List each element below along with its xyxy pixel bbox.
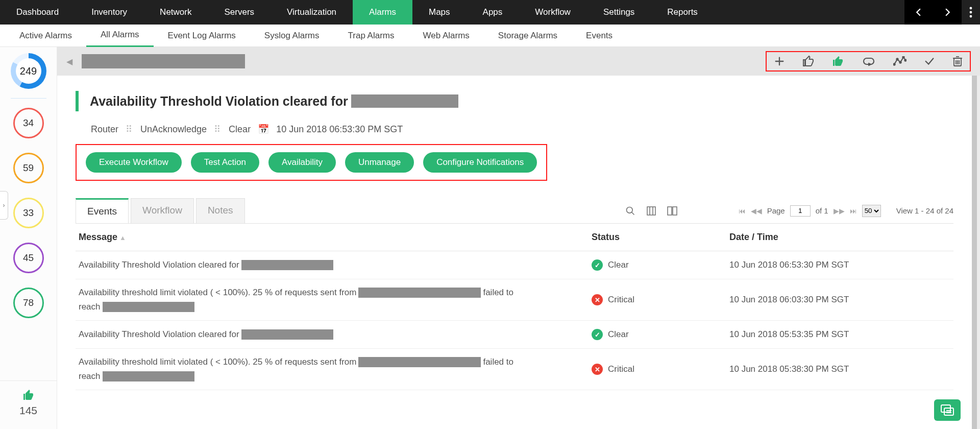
total-alarms-count: 249 bbox=[20, 65, 37, 77]
svg-line-17 bbox=[631, 212, 634, 214]
severity-sidebar: 249 3459334578 145 › bbox=[0, 47, 57, 429]
action-availability[interactable]: Availability bbox=[268, 152, 336, 173]
cell-message: Availability threshold limit violated ( … bbox=[79, 357, 592, 382]
detail-tab-workflow[interactable]: Workflow bbox=[131, 198, 194, 223]
nav-next-button[interactable] bbox=[933, 0, 962, 25]
primary-nav-item[interactable]: Reports bbox=[651, 0, 714, 25]
pager-next-icon[interactable]: ▶▶ bbox=[834, 207, 845, 215]
primary-nav-item[interactable]: Dashboard bbox=[0, 0, 75, 25]
pager-page-input[interactable] bbox=[790, 205, 811, 217]
primary-nav-item[interactable]: Settings bbox=[587, 0, 651, 25]
detail-toolbar: ◀ bbox=[57, 47, 980, 76]
loop-icon[interactable] bbox=[862, 56, 876, 66]
alarm-action-buttons: Execute WorkflowTest ActionAvailabilityU… bbox=[76, 144, 547, 181]
alarm-detail-panel: Availability Threshold Violation cleared… bbox=[57, 76, 977, 429]
pager-of-label: of 1 bbox=[816, 206, 828, 215]
status-clear-icon: ✓ bbox=[592, 329, 603, 340]
severity-ring-green[interactable]: 78 bbox=[13, 288, 44, 318]
cell-date: 10 Jun 2018 05:38:30 PM SGT bbox=[729, 364, 950, 374]
pager-size-select[interactable]: 50 bbox=[862, 205, 881, 217]
add-icon[interactable] bbox=[774, 56, 785, 67]
primary-nav-item[interactable]: Alarms bbox=[353, 0, 412, 25]
nav-more-button[interactable] bbox=[962, 0, 980, 25]
primary-nav-item[interactable]: Inventory bbox=[75, 0, 143, 25]
alarm-title-prefix: Availability Threshold Violation cleared… bbox=[90, 94, 348, 109]
columns-icon[interactable] bbox=[647, 206, 656, 216]
sidebar-bottom: 145 bbox=[0, 380, 57, 429]
primary-nav-item[interactable]: Virtualization bbox=[271, 0, 353, 25]
thumbs-up-icon[interactable] bbox=[22, 389, 35, 401]
calendar-icon: 📅 bbox=[258, 124, 269, 135]
action-configure-notifications[interactable]: Configure Notifications bbox=[423, 152, 537, 173]
svg-point-5 bbox=[893, 63, 895, 65]
th-date[interactable]: Date / Time bbox=[729, 232, 950, 243]
severity-ring-red[interactable]: 34 bbox=[13, 108, 44, 138]
secondary-nav-item[interactable]: Active Alarms bbox=[5, 25, 86, 47]
cell-date: 10 Jun 2018 06:53:30 PM SGT bbox=[729, 260, 950, 270]
trash-icon[interactable] bbox=[952, 56, 963, 67]
alarm-title-redacted bbox=[351, 94, 458, 108]
severity-ring-purple[interactable]: 45 bbox=[13, 243, 44, 273]
table-row[interactable]: Availability Threshold Violation cleared… bbox=[76, 251, 953, 279]
secondary-nav: Active AlarmsAll AlarmsEvent Log AlarmsS… bbox=[0, 25, 980, 47]
secondary-nav-item[interactable]: Web Alarms bbox=[409, 25, 484, 47]
thumbs-up-outline-icon[interactable] bbox=[802, 55, 815, 67]
action-execute-workflow[interactable]: Execute Workflow bbox=[86, 152, 182, 173]
check-icon[interactable] bbox=[924, 56, 935, 67]
secondary-nav-item[interactable]: Event Log Alarms bbox=[154, 25, 250, 47]
primary-nav-item[interactable]: Network bbox=[143, 0, 208, 25]
svg-point-0 bbox=[970, 7, 972, 10]
alarm-title: Availability Threshold Violation cleared… bbox=[90, 94, 458, 109]
detail-tab-events[interactable]: Events bbox=[76, 198, 129, 223]
chart-line-icon[interactable] bbox=[893, 56, 906, 66]
sort-asc-icon[interactable]: ▲ bbox=[119, 234, 126, 242]
meta-ack[interactable]: UnAcknowledge bbox=[140, 124, 207, 135]
svg-point-1 bbox=[970, 11, 972, 14]
action-unmanage[interactable]: Unmanage bbox=[345, 152, 414, 173]
detail-tab-notes[interactable]: Notes bbox=[196, 198, 245, 223]
primary-nav-item[interactable]: Servers bbox=[208, 0, 271, 25]
sidebar-divider bbox=[11, 98, 46, 99]
events-tab-row: EventsWorkflowNotes ⏮ ◀◀ Page of 1 ▶▶ ⏭ … bbox=[76, 198, 953, 224]
primary-nav-item[interactable]: Apps bbox=[467, 0, 519, 25]
pager-first-icon[interactable]: ⏮ bbox=[739, 207, 746, 215]
svg-point-9 bbox=[904, 59, 906, 61]
meta-timestamp: 10 Jun 2018 06:53:30 PM SGT bbox=[276, 124, 403, 135]
title-accent-bar bbox=[76, 91, 79, 111]
primary-nav-item[interactable]: Maps bbox=[412, 0, 467, 25]
redacted-text bbox=[358, 288, 481, 298]
status-critical-icon: ✕ bbox=[592, 364, 603, 375]
search-icon[interactable] bbox=[625, 206, 635, 216]
redacted-text bbox=[103, 302, 194, 312]
severity-ring-orange[interactable]: 59 bbox=[13, 153, 44, 183]
table-row[interactable]: Availability threshold limit violated ( … bbox=[76, 349, 953, 390]
back-chevron-icon[interactable]: ◀ bbox=[66, 57, 72, 66]
meta-sep-icon: ⠿ bbox=[214, 124, 222, 135]
secondary-nav-item[interactable]: Storage Alarms bbox=[484, 25, 572, 47]
th-message: Message▲ bbox=[79, 232, 592, 243]
primary-nav-item[interactable]: Workflow bbox=[519, 0, 587, 25]
th-status[interactable]: Status bbox=[592, 232, 729, 243]
pager-last-icon[interactable]: ⏭ bbox=[850, 207, 857, 215]
export-icon[interactable] bbox=[667, 206, 677, 216]
svg-rect-22 bbox=[673, 207, 677, 215]
nav-prev-button[interactable] bbox=[904, 0, 933, 25]
secondary-nav-item[interactable]: Trap Alarms bbox=[334, 25, 409, 47]
redacted-text bbox=[241, 260, 333, 270]
cell-message: Availability threshold limit violated ( … bbox=[79, 288, 592, 312]
sidebar-expand-tab[interactable]: › bbox=[0, 191, 8, 220]
total-alarms-donut[interactable]: 249 bbox=[11, 53, 46, 89]
redacted-text bbox=[241, 329, 333, 340]
pager-prev-icon[interactable]: ◀◀ bbox=[751, 207, 762, 215]
secondary-nav-item[interactable]: All Alarms bbox=[86, 25, 154, 47]
pager-view-label: View 1 - 24 of 24 bbox=[896, 206, 953, 215]
table-row[interactable]: Availability Threshold Violation cleared… bbox=[76, 321, 953, 349]
severity-ring-yellow[interactable]: 33 bbox=[13, 198, 44, 228]
sidebar-bottom-count: 145 bbox=[19, 404, 37, 417]
thumbs-up-filled-icon[interactable] bbox=[832, 55, 844, 67]
action-test-action[interactable]: Test Action bbox=[191, 152, 259, 173]
table-row[interactable]: Availability threshold limit violated ( … bbox=[76, 279, 953, 321]
secondary-nav-item[interactable]: Syslog Alarms bbox=[250, 25, 334, 47]
secondary-nav-item[interactable]: Events bbox=[572, 25, 627, 47]
chat-fab[interactable] bbox=[934, 399, 961, 421]
